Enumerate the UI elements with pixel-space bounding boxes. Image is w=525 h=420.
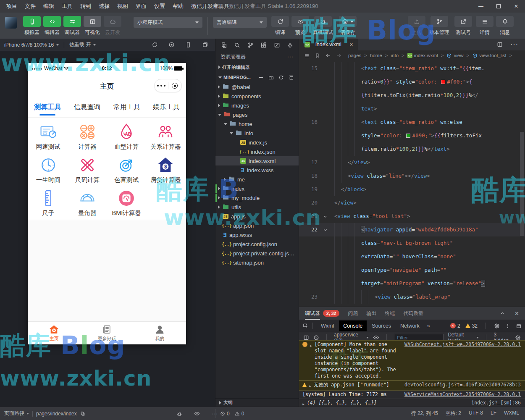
toolbar-button-模拟器[interactable]: 模拟器 <box>22 16 42 36</box>
tree-item-project.private.config.js…[interactable]: {..}project.private.config.js… <box>215 249 299 258</box>
tab-娱乐工具[interactable]: 娱乐工具 <box>147 98 186 117</box>
fold-chevron-icon[interactable] <box>323 210 328 223</box>
toolbar-button-编译[interactable]: 编译 <box>270 16 290 36</box>
device-select[interactable]: iPhone 6/7/8 100% 16 <box>4 42 59 48</box>
tree-item-components[interactable]: components <box>215 92 299 101</box>
toolbar-button-上传[interactable]: 上传 <box>407 16 427 36</box>
toolbar-button-详情[interactable]: 详情 <box>475 16 495 36</box>
breadcrumb-view.tool_list[interactable]: view.tool_list <box>472 53 507 58</box>
devtools-tab-Wxml[interactable]: Wxml <box>317 320 338 331</box>
refresh-icon[interactable] <box>278 75 284 80</box>
tree-item-app.wxss[interactable]: ∃app.wxss <box>215 230 299 239</box>
toolbar-button-版本管理[interactable]: 版本管理 <box>427 16 452 36</box>
close-panel-icon[interactable]: ✕ <box>514 310 519 317</box>
status-item[interactable]: 行 22, 列 45 <box>411 410 438 417</box>
code-line-19[interactable]: 19</block> <box>299 183 525 196</box>
source-link[interactable]: devtoolsconfig.js?t=…d16f362e3d097678b:3 <box>404 382 521 388</box>
status-item[interactable]: 空格: 2 <box>446 410 461 417</box>
more-dots-icon[interactable] <box>155 85 168 87</box>
menu-设置[interactable]: 设置 <box>150 0 169 13</box>
menu-帮助[interactable]: 帮助 <box>169 0 187 13</box>
debugger-tab-问题[interactable]: 问题 <box>348 310 358 317</box>
tool-量角器[interactable]: 量角器 <box>68 189 107 217</box>
tool-血型计算[interactable]: AB血型计算 <box>107 123 146 151</box>
bookmark-icon[interactable] <box>315 53 320 58</box>
status-item[interactable]: LF <box>491 410 496 417</box>
outline-section[interactable]: 大纲 <box>215 398 299 407</box>
tool-网速测试[interactable]: 网速测试 <box>29 123 68 151</box>
devtools-tab-Sources[interactable]: Sources <box>368 320 395 331</box>
breadcrumb-pages[interactable]: pages <box>348 53 361 58</box>
code-line-wrap[interactable]: class="nav-li bg-brown light" <box>299 236 525 250</box>
tool-BMI计算器[interactable]: BMI计算器 <box>107 189 146 217</box>
source-link[interactable]: index.js? [sm]:86 <box>471 400 521 406</box>
fold-chevron-icon[interactable] <box>323 223 328 236</box>
status-item[interactable]: WXML <box>504 410 519 417</box>
debugger-tab-终端[interactable]: 终端 <box>385 310 395 317</box>
menu-微信开发者工具[interactable]: 微信开发者工具 <box>187 0 233 13</box>
tree-item-pages[interactable]: pages <box>215 110 299 119</box>
devtools-tab-Network[interactable]: Network <box>396 320 424 331</box>
tree-item-home[interactable]: home <box>215 119 299 129</box>
tool-房贷计算器[interactable]: $房贷计算器 <box>146 156 185 184</box>
inspect-element-icon[interactable] <box>302 323 309 329</box>
debugger-tab-调试器[interactable]: 调试器2, 32 <box>305 307 339 320</box>
maximize-button[interactable] <box>490 0 507 13</box>
open-editors-section[interactable]: 打开的编辑器 <box>215 62 299 72</box>
code-line-17[interactable]: 17</view> <box>299 156 525 169</box>
record-icon[interactable] <box>168 42 175 48</box>
toolbar-button-调试器[interactable]: 调试器 <box>62 16 82 36</box>
source-link[interactable]: WASubContext.js?t=we…20549700&v=2.28.0.1 <box>404 341 521 348</box>
tree-item-info[interactable]: info <box>215 129 299 138</box>
menu-文件[interactable]: 文件 <box>21 0 39 13</box>
exit-target-icon[interactable] <box>168 83 182 89</box>
console-settings-icon[interactable] <box>515 335 521 341</box>
tabbar-主页[interactable]: 主页 <box>28 322 81 344</box>
menu-转到[interactable]: 转到 <box>76 0 95 13</box>
toolbar-button-清缓存[interactable]: 清缓存 <box>336 16 360 36</box>
extensions-icon[interactable] <box>260 42 267 48</box>
code-line-wrap[interactable]: style="color: #090;">{{filters.toFix <box>299 129 525 142</box>
tab-常用工具[interactable]: 常用工具 <box>107 98 147 117</box>
tool-关系计算器[interactable]: 关系计算器 <box>146 123 185 151</box>
copy-path-icon[interactable] <box>80 411 85 416</box>
restart-icon[interactable] <box>152 42 158 48</box>
files-icon[interactable] <box>221 42 227 48</box>
code-line-wrap[interactable]: (item.ratio*100,2)}}%</text> <box>299 142 525 156</box>
debugger-tab-输出[interactable]: 输出 <box>366 310 376 317</box>
menu-选择[interactable]: 选择 <box>95 0 113 13</box>
teapot-icon[interactable] <box>287 42 293 48</box>
compile-mode-select[interactable]: 普通编译 <box>213 17 267 28</box>
search-icon[interactable] <box>234 42 240 48</box>
tree-item-index.wxss[interactable]: ∃index.wxss <box>215 165 299 175</box>
error-count[interactable]: 0 <box>220 411 230 417</box>
tabbar-更多好玩[interactable]: 更多好玩 <box>81 322 134 344</box>
editor-tab-index-wxml[interactable]: <> index.wxml ✕ <box>299 39 358 50</box>
eye-icon[interactable] <box>373 334 379 341</box>
explorer-more-icon[interactable]: ··· <box>287 54 294 60</box>
expand-arrow-icon[interactable]: ▶ <box>302 400 304 407</box>
menu-界面[interactable]: 界面 <box>132 0 150 13</box>
code-line-wrap[interactable]: text> <box>299 102 525 116</box>
tree-item-my_module[interactable]: my_module <box>215 193 299 202</box>
console-row[interactable]: ▶[Component] More than one slot named "l… <box>299 340 525 381</box>
status-item[interactable]: UTF-8 <box>469 410 483 417</box>
tab-overflow-icon[interactable]: » <box>427 323 430 329</box>
debugger-tab-代码质量[interactable]: 代码质量 <box>403 310 423 317</box>
hot-reload-toggle[interactable]: 热重载 开 <box>69 41 96 48</box>
new-folder-icon[interactable] <box>268 75 274 80</box>
tree-item-sitemap.json[interactable]: {..}sitemap.json <box>215 258 299 267</box>
code-line-wrap[interactable]: {filters.toFix(item.ratio*100,2)}}%</ <box>299 89 525 102</box>
minimize-button[interactable]: — <box>472 0 490 13</box>
expand-arrow-icon[interactable]: ▶ <box>310 341 312 349</box>
collapse-panel-icon[interactable] <box>499 310 505 316</box>
editor-scrollbar[interactable] <box>520 132 524 236</box>
code-line-wrap[interactable]: ratio<0}}" style="color: #f00;">{ <box>299 75 525 89</box>
tree-item-index[interactable]: index <box>215 184 299 193</box>
code-line-18[interactable]: 18<view class="line"></view> <box>299 169 525 183</box>
code-editor[interactable]: 15<text class="item_ratio" wx:if="{{item… <box>299 60 525 307</box>
editor-more-icon[interactable]: ··· <box>510 41 518 48</box>
code-line-wrap[interactable]: extraData="" hoverClass="none" <box>299 250 525 263</box>
console-row[interactable]: ▶(4) [{…}, {…}, {…}, {…}]index.js? [sm]:… <box>299 399 525 407</box>
tab-信息查询[interactable]: 信息查询 <box>67 98 107 117</box>
